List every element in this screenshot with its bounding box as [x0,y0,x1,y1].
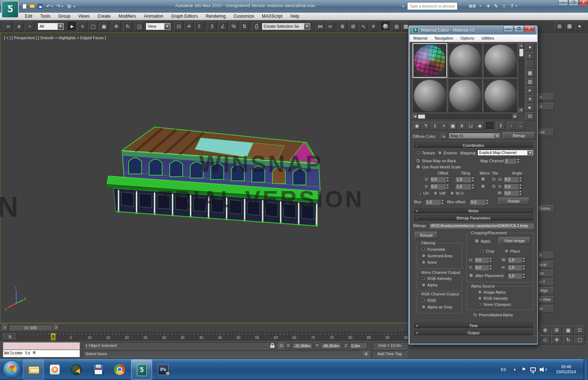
menu-views[interactable]: Views [74,13,94,19]
crop-v-field[interactable]: 0,0 [474,264,489,270]
show-desktop-button[interactable] [584,358,588,380]
schematic-view-icon[interactable]: # [369,22,378,31]
tray-expand-icon[interactable]: ▲ [513,367,516,371]
put-to-library-icon[interactable]: ⊔ [467,122,475,130]
maximize-viewport-icon[interactable]: ▢ [574,335,585,344]
layer-manager-icon[interactable]: ≣ [338,22,347,31]
show-end-result-icon[interactable]: ⇕ [496,122,505,130]
application-menu-button[interactable]: Ƽ [1,1,19,18]
previous-frame-button[interactable]: < [2,325,8,331]
timeline-ruler[interactable]: 5101520253035404550556065707580859095 [19,332,409,341]
dropdown-arrow-icon[interactable]: ▼ [494,134,500,138]
material-sample-slot[interactable] [413,43,447,78]
curve-editor-icon[interactable]: ∿ [359,22,368,31]
none-opaque-radio[interactable] [478,302,482,306]
render-setup-icon[interactable]: ◍ [392,22,401,31]
menu-help[interactable]: Help [286,13,303,19]
rotate-button[interactable]: Rotate [498,198,529,205]
menu-graph-editors[interactable]: Graph Editors [167,13,202,19]
pan-icon[interactable]: ✜ [551,335,562,344]
jitter-field[interactable]: 1,0 [507,273,522,279]
command-panel-fragment[interactable]: lt [538,252,554,259]
menu-utilities[interactable]: Utilities [478,35,498,41]
assign-material-to-selection-icon[interactable]: ⇓ [431,122,439,130]
offset-u-spinner[interactable]: ▲▼ [446,176,450,182]
selection-lock-icon[interactable] [270,343,275,348]
crop-h-spinner[interactable]: ▲▼ [522,264,526,270]
material-sample-slot[interactable] [483,43,518,78]
subscription-key-icon[interactable]: ✦ [484,3,492,10]
angle-u-spinner[interactable]: ▲▼ [518,176,522,182]
select-object-icon[interactable]: ► [68,22,77,31]
z-coordinate-field[interactable]: 0,0m [349,343,368,349]
x-coordinate-field[interactable]: -32,068m [292,343,313,349]
offset-v-field[interactable]: 0,0 [430,184,446,189]
video-color-check-icon[interactable]: ▥ [526,78,534,86]
time-tag-icon[interactable]: ⊞ [362,351,370,357]
angle-w-spinner[interactable]: ▲▼ [518,190,522,196]
menu-create[interactable]: Create [94,13,115,19]
alpha-as-gray-radio[interactable] [422,305,426,309]
perspective-viewport[interactable]: [ + ] [ Perspective ] [ Smooth + Highlig… [0,32,409,323]
rectangular-selection-region-icon[interactable]: ▢ [89,22,98,31]
close-button[interactable]: X [579,0,588,6]
backlight-icon[interactable]: ◐ [526,52,534,60]
command-panel-fragment[interactable]: Gizmo [538,205,554,212]
network-icon[interactable] [530,367,536,371]
angle-w-field[interactable]: 0,0 [503,190,518,196]
texture-radio[interactable] [416,151,420,155]
material-sample-slot[interactable] [483,78,518,113]
select-and-rotate-icon[interactable]: ↻ [123,22,132,31]
search-input[interactable] [407,2,458,10]
command-panel-fragment[interactable]: n Y [538,279,554,286]
use-real-world-scale-checkbox[interactable] [416,165,420,169]
crop-w-field[interactable]: 1,0 [507,257,522,263]
get-material-icon[interactable]: ◉ [413,122,421,130]
snaps-toggle-icon[interactable]: 3 [208,22,217,31]
dropdown-arrow-icon[interactable]: ▼ [58,23,63,30]
command-panel-fragment[interactable]: et [538,305,554,312]
jitter-spinner[interactable]: ▲▼ [522,273,526,279]
bitmap-parameters-rollout[interactable]: -Bitmap Parameters [414,215,533,221]
blur-offset-field[interactable]: 0,0 [469,199,485,205]
tile-u-checkbox[interactable] [492,177,496,181]
select-and-move-icon[interactable]: ✜ [112,22,121,31]
favorites-star-icon[interactable]: ☆ [500,3,508,10]
mirror-u-checkbox[interactable] [481,177,485,181]
rgb-radio[interactable] [422,298,426,302]
command-panel-fragment[interactable]: o View [538,296,554,303]
menu-navigation[interactable]: Navigation [431,35,457,41]
command-panel-fragment[interactable]: Align [538,287,554,294]
tiling-v-spinner[interactable]: ▲▼ [471,184,475,189]
scroll-down-icon[interactable]: ▼ [519,108,524,113]
angle-v-field[interactable]: 0,0 [503,184,518,189]
pyramidal-radio[interactable] [422,247,426,251]
taskbar-photoshop-button[interactable]: Ps [153,359,174,380]
field-of-view-icon[interactable]: ◇ [540,335,551,344]
material-sample-slot[interactable] [448,78,482,113]
align-icon[interactable]: ≍ [326,22,335,31]
menu-material[interactable]: Material [410,35,431,41]
new-file-button[interactable] [21,3,28,10]
sample-hscrollbar[interactable] [413,114,518,119]
command-panel-fragment[interactable]: nel [538,129,554,136]
taskbar-jdownloader-button[interactable] [66,359,87,380]
help-dropdown-icon[interactable]: ▾ [514,3,518,10]
language-indicator[interactable]: ES [501,367,506,372]
environ-radio[interactable] [438,151,442,155]
make-preview-icon[interactable]: ▸ [526,86,534,94]
show-map-on-back-checkbox[interactable] [416,159,420,163]
tiling-u-field[interactable]: 1,0 [455,176,471,182]
window-crossing-icon[interactable]: ▣ [99,22,108,31]
material-sample-slot[interactable] [448,43,482,78]
keyboard-override-icon[interactable]: ⇧ [195,22,204,31]
crop-u-field[interactable]: 0,0 [474,257,489,263]
image-alpha-radio[interactable] [478,290,482,294]
save-file-button[interactable] [37,3,44,10]
zoom-all-icon[interactable]: ⊞ [551,326,562,335]
open-mini-curve-editor-icon[interactable]: ⇅ [3,333,17,340]
spinner-snap-icon[interactable]: ⇅ [240,22,249,31]
percent-snap-icon[interactable]: % [229,22,238,31]
bind-to-space-warp-icon[interactable]: ≈ [25,22,34,31]
blur-spinner[interactable]: ▲▼ [441,199,445,205]
